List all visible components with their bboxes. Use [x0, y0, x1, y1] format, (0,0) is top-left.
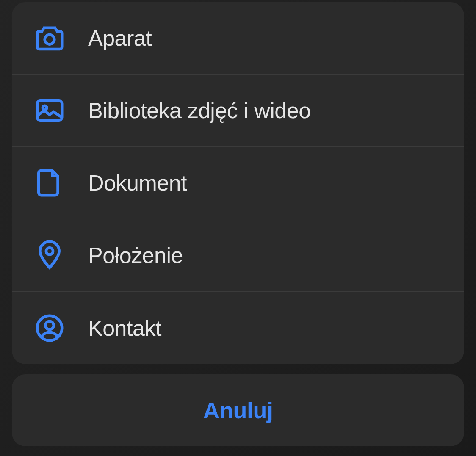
menu-label: Położenie [88, 243, 183, 268]
camera-icon [32, 21, 67, 55]
cancel-button[interactable]: Anuluj [12, 374, 464, 446]
menu-item-location[interactable]: Położenie [12, 219, 464, 292]
contact-icon [32, 311, 67, 345]
location-icon [32, 238, 67, 273]
svg-point-2 [43, 106, 47, 110]
menu-label: Biblioteka zdjęć i wideo [88, 98, 311, 123]
cancel-label: Anuluj [203, 397, 273, 423]
document-icon [32, 166, 67, 200]
menu-item-document[interactable]: Dokument [12, 147, 464, 219]
menu-label: Dokument [88, 170, 187, 196]
attachment-menu: Aparat Biblioteka zdjęć i wideo Dokument [12, 2, 464, 364]
svg-rect-1 [37, 101, 62, 120]
menu-item-camera[interactable]: Aparat [12, 2, 464, 75]
menu-item-photo-library[interactable]: Biblioteka zdjęć i wideo [12, 75, 464, 147]
menu-item-contact[interactable]: Kontakt [12, 292, 464, 364]
photo-library-icon [32, 93, 67, 128]
svg-point-5 [45, 321, 54, 329]
menu-label: Aparat [88, 25, 152, 51]
svg-point-0 [45, 35, 55, 44]
menu-label: Kontakt [88, 315, 161, 341]
svg-point-3 [46, 248, 53, 254]
